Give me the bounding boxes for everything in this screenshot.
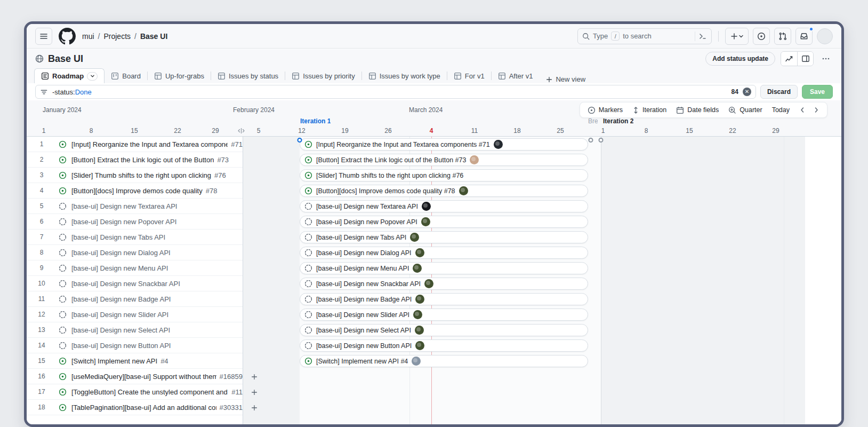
- date-tick: 4: [430, 127, 433, 135]
- list-item[interactable]: 18[TablePagination][base-ui] Add an addi…: [27, 400, 243, 415]
- today-button[interactable]: Today: [772, 106, 790, 114]
- inbox-button[interactable]: [795, 28, 813, 45]
- tab-issues-by-priority[interactable]: Issues by priority: [285, 69, 361, 83]
- new-view-button[interactable]: New view: [539, 75, 592, 83]
- tab-label: Board: [122, 72, 141, 80]
- gantt-bar[interactable]: [base-ui] Design new Button API: [300, 339, 588, 352]
- gantt-bar[interactable]: [Input] Reorganize the Input and Textare…: [300, 138, 588, 151]
- markers-label: Markers: [599, 106, 623, 114]
- list-item[interactable]: 13[base-ui] Design new Select API: [27, 322, 243, 338]
- add-status-update-button[interactable]: Add status update: [705, 52, 775, 66]
- add-date-button[interactable]: [248, 371, 260, 383]
- list-item[interactable]: 12[base-ui] Design new Slider API: [27, 307, 243, 322]
- zoom-level-control[interactable]: Quarter: [728, 106, 762, 114]
- chevron-left-icon[interactable]: [799, 107, 806, 113]
- list-item[interactable]: 9[base-ui] Design new Menu API: [27, 260, 243, 276]
- row-number: 11: [34, 295, 49, 303]
- gantt-bar[interactable]: [Button] Extract the Link logic out of t…: [300, 154, 588, 166]
- assignee-avatar[interactable]: [424, 279, 433, 288]
- assignee-avatar[interactable]: [415, 295, 424, 304]
- gantt-bar[interactable]: [Button][docs] Improve demos code qualit…: [300, 185, 588, 197]
- add-date-button[interactable]: [248, 386, 260, 398]
- tab-issues-by-work-type[interactable]: Issues by work type: [362, 69, 447, 83]
- side-panel-toggle-button[interactable]: [797, 52, 813, 66]
- assignee-avatar[interactable]: [412, 357, 421, 366]
- list-item[interactable]: 6[base-ui] Design new Popover API: [27, 214, 243, 230]
- github-logo-icon[interactable]: [59, 28, 76, 45]
- tab-up-for-grabs[interactable]: Up-for-grabs: [148, 69, 211, 83]
- item-issue-number: #76: [214, 171, 226, 179]
- iteration-control[interactable]: Iteration: [632, 106, 666, 114]
- insights-button[interactable]: [781, 52, 797, 66]
- assignee-avatar[interactable]: [459, 186, 468, 195]
- list-item[interactable]: 10[base-ui] Design new Snackbar API: [27, 276, 243, 291]
- issue-open-icon: [304, 357, 312, 365]
- list-item[interactable]: 7[base-ui] Design new Tabs API: [27, 230, 243, 245]
- assignee-avatar[interactable]: [494, 140, 503, 149]
- assignee-avatar[interactable]: [415, 326, 424, 335]
- draft-issue-icon: [304, 295, 312, 303]
- column-resize-handle[interactable]: [237, 128, 246, 134]
- save-button[interactable]: Save: [802, 85, 833, 99]
- add-date-button[interactable]: [248, 402, 260, 414]
- user-avatar[interactable]: [817, 28, 833, 44]
- assignee-avatar[interactable]: [413, 310, 422, 319]
- clear-filter-button[interactable]: ✕: [743, 88, 751, 96]
- filter-query-input[interactable]: -status:Done 84 ✕: [35, 85, 756, 99]
- table-icon: [454, 72, 462, 80]
- gantt-bar[interactable]: [base-ui] Design new Select API: [300, 324, 588, 336]
- list-item[interactable]: 14[base-ui] Design new Button API: [27, 338, 243, 353]
- list-item[interactable]: 16[useMediaQuery][base-ui] Support witho…: [27, 369, 243, 384]
- date-fields-control[interactable]: Date fields: [676, 106, 719, 114]
- pull-requests-button[interactable]: [774, 28, 791, 45]
- create-new-button[interactable]: [725, 28, 749, 45]
- breadcrumb-org[interactable]: mui: [82, 32, 94, 41]
- tab-issues-by-status[interactable]: Issues by status: [211, 69, 285, 83]
- assignee-avatar[interactable]: [421, 217, 430, 226]
- plus-icon: [545, 76, 553, 83]
- tab-board[interactable]: Board: [105, 69, 147, 83]
- gantt-bar[interactable]: [base-ui] Design new Tabs API: [300, 231, 588, 243]
- command-palette-icon[interactable]: [698, 32, 707, 41]
- list-item[interactable]: 3[Slider] Thumb shifts to the right upon…: [27, 168, 243, 183]
- list-item[interactable]: 1[Input] Reorganize the Input and Textar…: [27, 137, 243, 152]
- assignee-avatar[interactable]: [410, 233, 419, 242]
- assignee-avatar[interactable]: [415, 341, 424, 350]
- gantt-bar[interactable]: [base-ui] Design new Slider API: [300, 309, 588, 321]
- gantt-bar[interactable]: [Slider] Thumb shifts to the right upon …: [300, 169, 588, 181]
- assignee-avatar[interactable]: [415, 248, 424, 257]
- assignee-avatar[interactable]: [422, 202, 431, 211]
- list-item[interactable]: 5[base-ui] Design new Textarea API: [27, 199, 243, 214]
- breadcrumb-projects[interactable]: Projects: [103, 32, 131, 41]
- list-item[interactable]: 17[ToggleButton] Create the unstyled com…: [27, 384, 243, 400]
- gantt-bar[interactable]: [base-ui] Design new Popover API: [300, 216, 588, 228]
- list-item[interactable]: 15[Switch] Implement new API#4: [27, 353, 243, 369]
- gantt-bar[interactable]: [base-ui] Design new Snackbar API: [300, 278, 588, 290]
- hamburger-menu-button[interactable]: [35, 28, 52, 45]
- gantt-bar[interactable]: [base-ui] Design new Textarea API: [300, 200, 588, 212]
- markers-control[interactable]: Markers: [588, 106, 623, 114]
- draft-issue-icon: [59, 295, 67, 303]
- tab-after-v1[interactable]: After v1: [492, 69, 540, 83]
- gantt-bar[interactable]: [base-ui] Design new Dialog API: [300, 247, 588, 259]
- list-item[interactable]: 8[base-ui] Design new Dialog API: [27, 245, 243, 260]
- assignee-avatar[interactable]: [470, 155, 479, 164]
- breadcrumb-project-name[interactable]: Base UI: [140, 32, 167, 41]
- chevron-right-icon[interactable]: [813, 107, 819, 113]
- gantt-bar[interactable]: [base-ui] Design new Badge API: [300, 293, 588, 305]
- list-item[interactable]: 2[Button] Extract the Link logic out of …: [27, 152, 243, 168]
- tab-roadmap[interactable]: Roadmap: [34, 68, 105, 83]
- list-item[interactable]: 4[Button][docs] Improve demos code quali…: [27, 183, 243, 199]
- issues-button[interactable]: [753, 28, 770, 45]
- global-search-input[interactable]: Type / to search: [577, 28, 712, 44]
- discard-button[interactable]: Discard: [760, 85, 798, 99]
- view-options-caret-button[interactable]: [87, 72, 98, 81]
- assignee-avatar[interactable]: [413, 264, 422, 273]
- tab-for-v1[interactable]: For v1: [447, 69, 491, 83]
- gantt-bar[interactable]: [base-ui] Design new Menu API: [300, 262, 588, 274]
- gantt-bar[interactable]: [Switch] Implement new API #4: [300, 355, 588, 367]
- list-item[interactable]: 11[base-ui] Design new Badge API: [27, 291, 243, 307]
- date-tick: 22: [729, 127, 736, 135]
- date-tick: 25: [557, 127, 564, 135]
- project-menu-button[interactable]: [819, 52, 833, 66]
